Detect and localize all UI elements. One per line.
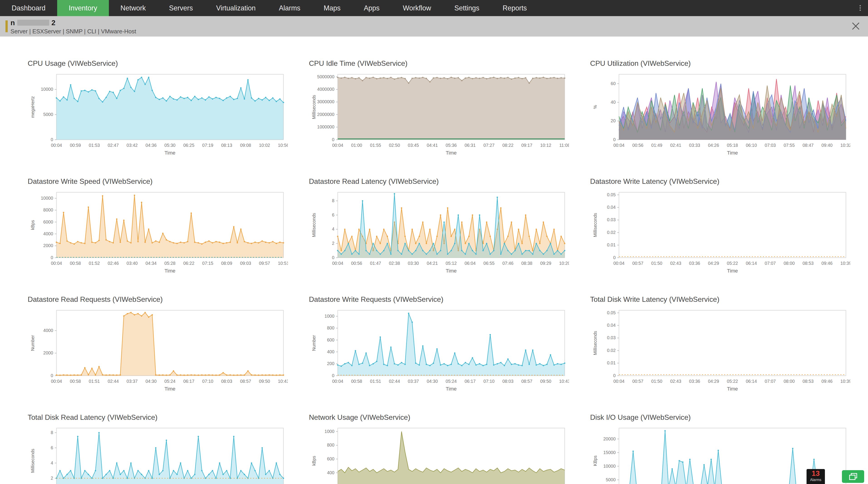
svg-text:8: 8 <box>332 198 334 203</box>
chart-plot[interactable]: 0246800:0400:5601:4702:3803:3004:2105:12… <box>309 188 569 277</box>
svg-text:04:21: 04:21 <box>427 261 438 266</box>
chart-plot[interactable]: 050001000000:0400:5901:5302:4703:4204:36… <box>28 70 288 159</box>
svg-text:06:31: 06:31 <box>465 143 476 148</box>
svg-text:04:26: 04:26 <box>708 143 719 148</box>
chart-plot[interactable]: 02000400000:0400:5801:5102:4403:3704:300… <box>28 306 288 395</box>
chart-plot[interactable]: 020406000:0400:5601:4902:4103:3304:2605:… <box>590 70 850 159</box>
chart-plot[interactable]: 200400600800100000:0400:5701:5002:4303:3… <box>309 424 569 484</box>
chart-plot[interactable]: 246800:0400:5701:5002:4303:3604:2905:220… <box>28 424 288 484</box>
svg-text:Milliseconds: Milliseconds <box>593 331 598 355</box>
svg-text:Milliseconds: Milliseconds <box>30 449 35 473</box>
svg-text:02:44: 02:44 <box>108 379 119 384</box>
svg-text:01:00: 01:00 <box>351 143 362 148</box>
svg-text:08:03: 08:03 <box>221 379 232 384</box>
svg-text:0.03: 0.03 <box>607 335 616 340</box>
nav-item-servers[interactable]: Servers <box>157 0 205 16</box>
svg-text:05:22: 05:22 <box>727 261 738 266</box>
nav-item-maps[interactable]: Maps <box>312 0 352 16</box>
cascade-windows-button[interactable] <box>842 470 864 483</box>
chart-plot[interactable]: 00.010.020.030.040.0500:0400:5701:5002:4… <box>590 306 850 395</box>
nav-item-network[interactable]: Network <box>109 0 157 16</box>
nav-item-reports[interactable]: Reports <box>491 0 538 16</box>
svg-text:09:17: 09:17 <box>521 143 532 148</box>
chart-title: CPU Utilization (VIWebService) <box>590 59 850 68</box>
svg-text:5000: 5000 <box>43 112 53 117</box>
chart-plot[interactable]: 00.010.020.030.040.0500:0400:5701:5002:4… <box>590 188 850 277</box>
svg-text:600: 600 <box>327 456 335 461</box>
cascade-icon <box>849 473 858 480</box>
svg-text:10000: 10000 <box>41 195 53 201</box>
svg-text:Time: Time <box>164 150 175 156</box>
svg-text:6: 6 <box>332 212 334 217</box>
svg-text:1000: 1000 <box>324 429 335 434</box>
svg-text:00:56: 00:56 <box>632 143 644 148</box>
svg-text:06:17: 06:17 <box>183 379 194 384</box>
svg-text:05:30: 05:30 <box>164 143 176 148</box>
svg-text:0.04: 0.04 <box>607 323 616 328</box>
svg-text:5000000: 5000000 <box>317 74 334 79</box>
device-name-prefix: n <box>10 19 15 27</box>
alarm-count-badge[interactable]: 13 Alarms <box>807 469 825 484</box>
chart-plot[interactable]: 0200400600800100000:0400:5801:5102:4403:… <box>309 306 569 395</box>
svg-text:Number: Number <box>311 335 316 351</box>
svg-text:04:36: 04:36 <box>145 143 156 148</box>
nav-item-label: Servers <box>169 4 193 12</box>
svg-text:06:25: 06:25 <box>183 143 194 148</box>
nav-item-dashboard[interactable]: Dashboard <box>0 0 57 16</box>
svg-text:03:30: 03:30 <box>408 261 419 266</box>
svg-text:0.02: 0.02 <box>607 347 616 353</box>
svg-text:1000000: 1000000 <box>317 124 334 129</box>
chart-card: Datastore Write Speed (VIWebService) 020… <box>28 177 288 278</box>
nav-item-inventory[interactable]: Inventory <box>57 0 109 16</box>
nav-item-label: Virtualization <box>216 4 256 12</box>
nav-item-settings[interactable]: Settings <box>443 0 491 16</box>
svg-text:00:04: 00:04 <box>613 261 624 266</box>
svg-text:00:04: 00:04 <box>51 143 62 148</box>
svg-text:Time: Time <box>727 268 738 274</box>
chart-plot[interactable]: 01000000200000030000004000000500000000:0… <box>309 70 569 159</box>
chart-title: CPU Usage (VIWebService) <box>28 59 288 68</box>
svg-text:05:22: 05:22 <box>727 379 738 384</box>
nav-item-virtualization[interactable]: Virtualization <box>205 0 268 16</box>
svg-text:05:24: 05:24 <box>446 379 457 384</box>
svg-text:400: 400 <box>327 470 335 475</box>
svg-text:00:04: 00:04 <box>332 143 343 148</box>
chart-plot[interactable]: 020004000600080001000000:0400:5801:5202:… <box>28 188 288 277</box>
svg-text:04:29: 04:29 <box>708 379 719 384</box>
device-name: n 2 <box>10 19 868 27</box>
nav-overflow-icon[interactable] <box>857 0 864 16</box>
svg-text:00:57: 00:57 <box>632 261 644 266</box>
svg-text:5000: 5000 <box>606 477 616 482</box>
svg-text:0: 0 <box>51 255 53 260</box>
svg-text:0.05: 0.05 <box>607 192 616 197</box>
nav-item-apps[interactable]: Apps <box>352 0 391 16</box>
svg-text:Number: Number <box>30 335 35 351</box>
svg-text:800: 800 <box>327 443 335 448</box>
svg-text:00:56: 00:56 <box>351 261 362 266</box>
close-icon[interactable] <box>851 21 861 31</box>
app-window: Dashboard Inventory Network Servers Virt… <box>0 0 868 484</box>
svg-text:09:57: 09:57 <box>259 261 270 266</box>
svg-text:07:07: 07:07 <box>765 261 776 266</box>
svg-text:02:43: 02:43 <box>670 379 681 384</box>
nav-item-label: Network <box>120 4 146 12</box>
svg-text:00:04: 00:04 <box>51 379 62 384</box>
svg-text:Time: Time <box>446 268 457 274</box>
svg-text:03:42: 03:42 <box>127 143 138 148</box>
svg-text:0: 0 <box>332 373 334 378</box>
svg-text:kBps: kBps <box>311 456 316 466</box>
svg-text:01:47: 01:47 <box>370 261 381 266</box>
svg-text:02:44: 02:44 <box>389 379 400 384</box>
svg-text:04:41: 04:41 <box>427 143 438 148</box>
nav-item-label: Apps <box>364 4 380 12</box>
chart-card: CPU Usage (VIWebService) 050001000000:04… <box>28 59 288 160</box>
svg-text:3000000: 3000000 <box>317 99 334 104</box>
svg-text:Time: Time <box>727 386 738 392</box>
chart-title: Datastore Write Requests (VIWebService) <box>309 295 569 304</box>
nav-item-alarms[interactable]: Alarms <box>267 0 312 16</box>
nav-item-label: Reports <box>503 4 527 12</box>
svg-text:2000000: 2000000 <box>317 112 334 117</box>
nav-item-workflow[interactable]: Workflow <box>391 0 443 16</box>
svg-text:Time: Time <box>164 386 175 392</box>
svg-text:03:37: 03:37 <box>127 379 138 384</box>
